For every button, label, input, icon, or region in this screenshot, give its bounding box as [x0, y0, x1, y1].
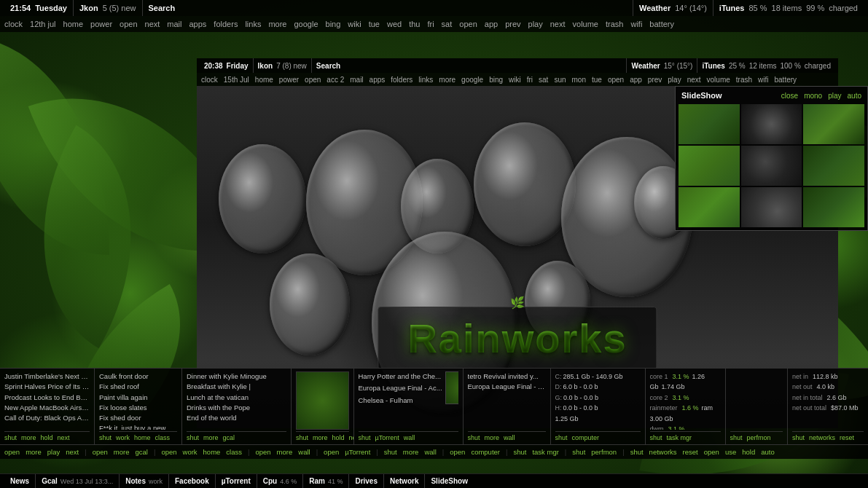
isb-mon[interactable]: mon — [572, 76, 586, 84]
slide-thumb-8[interactable] — [741, 187, 802, 227]
slideshow-auto[interactable]: auto — [848, 92, 861, 100]
isb-open[interactable]: open — [305, 76, 321, 84]
sb-volume[interactable]: volume — [573, 20, 598, 28]
notes-item-1[interactable]: Caulk front door — [99, 371, 177, 382]
sb-open2[interactable]: open — [459, 20, 477, 28]
isb-app[interactable]: app — [630, 76, 642, 84]
sb-battery[interactable]: battery — [649, 20, 674, 28]
ab-net-use[interactable]: use — [725, 448, 736, 456]
sb-clock[interactable]: clock — [4, 20, 23, 28]
ram-shut[interactable]: shut — [730, 434, 743, 441]
ab-drives-open[interactable]: open — [450, 448, 465, 456]
vbb-facebook-name[interactable]: Facebook — [175, 477, 209, 485]
isb-acc2[interactable]: acc 2 — [327, 76, 344, 84]
il-more[interactable]: more — [313, 434, 328, 441]
ab-news-next[interactable]: next — [66, 448, 79, 456]
sb-google[interactable]: google — [294, 20, 318, 28]
sb-more[interactable]: more — [268, 20, 286, 28]
notes-class[interactable]: class — [155, 434, 171, 441]
ut-shut[interactable]: shut — [468, 434, 480, 441]
notes-item-5[interactable]: Fix shed door — [99, 413, 177, 423]
slide-thumb-3[interactable] — [803, 104, 864, 144]
isb-date[interactable]: 15th Jul — [224, 76, 249, 84]
isb-power[interactable]: power — [279, 76, 299, 84]
fb-item-2[interactable]: Europa League Final - Ac... — [359, 383, 442, 393]
news-shut[interactable]: shut — [4, 434, 17, 441]
sb-wifi[interactable]: wifi — [630, 20, 642, 28]
slideshow-play[interactable]: play — [828, 92, 841, 100]
isb-volume[interactable]: volume — [707, 76, 730, 84]
isb-sun[interactable]: sun — [554, 76, 566, 84]
news-item-2[interactable]: Sprint Halves Price of Its NF... — [4, 382, 90, 392]
slide-thumb-1[interactable] — [679, 104, 740, 144]
vbb-slideshow-name[interactable]: SlideShow — [431, 477, 468, 485]
slide-thumb-5[interactable] — [741, 146, 802, 186]
sb-folders[interactable]: folders — [214, 20, 238, 28]
sb-wiki[interactable]: wiki — [348, 20, 361, 28]
isb-more[interactable]: more — [439, 76, 455, 84]
isb-battery[interactable]: battery — [774, 76, 797, 84]
sb-prev[interactable]: prev — [505, 20, 520, 28]
slide-thumb-2[interactable] — [741, 104, 802, 144]
net-reset[interactable]: reset — [840, 434, 854, 441]
cpu-shut[interactable]: shut — [650, 434, 662, 441]
news-item-3[interactable]: Prodcast Looks to End Buyr... — [4, 393, 90, 403]
sb-trash[interactable]: trash — [606, 20, 623, 28]
isb-fri[interactable]: fri — [527, 76, 533, 84]
isb-sat[interactable]: sat — [539, 76, 548, 84]
vbb-network-name[interactable]: Network — [390, 477, 418, 485]
fb-item-3[interactable]: Chelsea - Fulham — [359, 395, 442, 406]
isb-folders[interactable]: folders — [391, 76, 413, 84]
drives-computer[interactable]: computer — [572, 434, 600, 441]
il-next[interactable]: next — [349, 434, 354, 441]
notes-item-3[interactable]: Paint villa again — [99, 393, 177, 403]
cpu-taskmgr[interactable]: task mgr — [667, 434, 692, 441]
ab-ram-perfmon[interactable]: perfmon — [591, 448, 617, 456]
ab-net-reset[interactable]: reset — [683, 448, 698, 456]
gcal-more[interactable]: more — [203, 434, 219, 441]
ab-il-wall[interactable]: wall — [298, 448, 310, 456]
gcal-item-1[interactable]: Dinner with Kylie Minogue — [187, 371, 286, 382]
isb-prev[interactable]: prev — [648, 76, 662, 84]
fb-shut[interactable]: shut — [359, 434, 371, 441]
gcal-shut[interactable]: shut — [187, 434, 199, 441]
isb-bing[interactable]: bing — [489, 76, 503, 84]
news-item-4[interactable]: New Apple MacBook Airs Ne... — [4, 403, 90, 413]
ab-fb-open[interactable]: open — [324, 448, 339, 456]
drives-shut[interactable]: shut — [555, 434, 568, 441]
ab-gcal-home[interactable]: home — [203, 448, 221, 456]
news-more[interactable]: more — [21, 434, 36, 441]
ab-ut-shut[interactable]: shut — [384, 448, 397, 456]
isb-google[interactable]: google — [461, 76, 483, 84]
sb-thu[interactable]: thu — [409, 20, 420, 28]
vbb-cpu-name[interactable]: Cpu — [263, 477, 277, 485]
notes-item-2[interactable]: Fix shed roof — [99, 382, 177, 392]
ab-drives-computer[interactable]: computer — [471, 448, 500, 456]
sb-play[interactable]: play — [528, 20, 543, 28]
slide-thumb-6[interactable] — [803, 146, 864, 186]
ut-item-2[interactable]: Europa League Final - Ac... — [468, 382, 546, 392]
sb-tue[interactable]: tue — [369, 20, 380, 28]
gcal-item-4[interactable]: Drinks with the Pope — [187, 403, 286, 413]
news-item-1[interactable]: Justin Timberlake's Next Rol... — [4, 371, 90, 382]
ut-wall[interactable]: wall — [504, 434, 515, 441]
ab-notes-gcal[interactable]: gcal — [135, 448, 147, 456]
ab-notes-open[interactable]: open — [93, 448, 108, 456]
news-item-5[interactable]: Call of Duty: Black Ops Ann... — [4, 413, 90, 423]
fb-item-1[interactable]: Harry Potter and the Che... — [359, 371, 442, 382]
notes-item-4[interactable]: Fix loose slates — [99, 403, 177, 413]
isb-play[interactable]: play — [668, 76, 681, 84]
ab-il-open[interactable]: open — [255, 448, 270, 456]
notes-home[interactable]: home — [134, 434, 151, 441]
vbb-notes-name[interactable]: Notes — [125, 477, 146, 485]
slide-thumb-9[interactable] — [803, 187, 864, 227]
gcal-item-2[interactable]: Breakfast with Kylie | — [187, 382, 286, 392]
isb-trash[interactable]: trash — [736, 76, 752, 84]
gcal-item-5[interactable]: End of the world — [187, 413, 286, 423]
sb-fri[interactable]: fri — [427, 20, 434, 28]
il-shut[interactable]: shut — [296, 434, 308, 441]
slide-thumb-7[interactable] — [679, 187, 740, 227]
sb-apps[interactable]: apps — [189, 20, 207, 28]
ut-item-1[interactable]: tetro Revival invited y... — [468, 371, 546, 382]
ab-net-hold[interactable]: hold — [742, 448, 755, 456]
